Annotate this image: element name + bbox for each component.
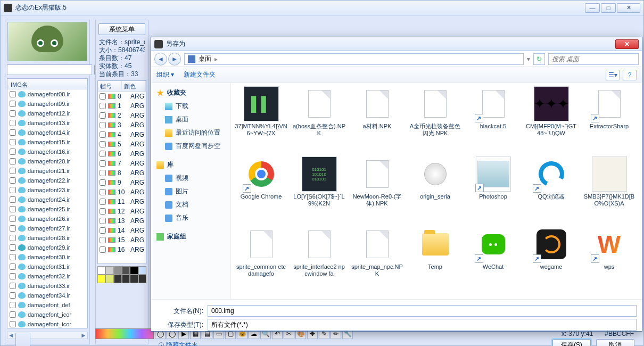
img-checkbox[interactable] xyxy=(10,216,16,222)
img-checkbox[interactable] xyxy=(10,149,16,155)
img-checkbox[interactable] xyxy=(10,244,16,251)
frame-row[interactable]: 13ARG xyxy=(98,216,146,226)
frame-col-color[interactable]: 颜色 xyxy=(122,81,146,91)
sidebar-recent[interactable]: 最近访问的位置 xyxy=(153,126,228,139)
file-item[interactable]: ↗ExtractorSharp xyxy=(580,85,638,155)
dialog-titlebar[interactable]: 另存为 ✕ xyxy=(151,37,642,51)
file-item[interactable]: sprite_map_npc.NPK xyxy=(348,226,406,296)
frame-row[interactable]: 3ARG xyxy=(98,120,146,130)
palette-swatch[interactable] xyxy=(105,266,113,275)
img-row[interactable]: damagefont21.ir xyxy=(7,166,87,176)
img-row[interactable]: damagefont30.ir xyxy=(7,252,87,262)
maximize-button[interactable]: □ xyxy=(601,3,616,13)
frame-checkbox[interactable] xyxy=(100,93,106,100)
chevron-right-icon[interactable]: ▸ xyxy=(214,55,218,63)
frame-checkbox[interactable] xyxy=(100,103,106,109)
img-checkbox[interactable] xyxy=(10,273,16,279)
sidebar-pictures[interactable]: 图片 xyxy=(153,185,228,198)
img-checkbox[interactable] xyxy=(10,292,16,299)
cancel-button[interactable]: 取消 xyxy=(596,339,634,346)
frame-checkbox[interactable] xyxy=(100,160,106,167)
img-checkbox[interactable] xyxy=(10,263,16,270)
file-item[interactable]: NewMoon-Re0-(字体).NPK xyxy=(348,155,406,226)
close-button[interactable]: ✕ xyxy=(617,3,640,13)
img-list[interactable]: IMG名 damagefont08.irdamagefont09.irdamag… xyxy=(7,78,88,328)
file-list[interactable]: ▌▌37]MTNN%YL4]}VN6~YW~{7Xa(boss血条整合).NPK… xyxy=(231,83,642,299)
refresh-button[interactable]: ↻ xyxy=(533,53,545,65)
frame-row[interactable]: 2ARG xyxy=(98,111,146,120)
img-row[interactable]: damagefont16.ir xyxy=(7,147,87,156)
img-checkbox[interactable] xyxy=(10,129,16,136)
frame-row[interactable]: 16ARG xyxy=(98,245,146,254)
palette-swatch[interactable] xyxy=(97,266,105,275)
frame-row[interactable]: 0ARG xyxy=(98,92,146,101)
palette-swatch[interactable] xyxy=(97,275,105,283)
frame-list[interactable]: 帧号 颜色 0ARG1ARG2ARG3ARG4ARG5ARG6ARG7ARG8A… xyxy=(97,80,146,264)
img-row[interactable]: damagefont13.ir xyxy=(7,118,87,128)
sidebar-documents[interactable]: 文档 xyxy=(153,198,228,211)
file-item[interactable]: sprite_interface2 npcwindow fa xyxy=(290,226,348,296)
frame-row[interactable]: 14ARG xyxy=(98,226,146,235)
frame-checkbox[interactable] xyxy=(100,246,106,253)
frame-row[interactable]: 7ARG xyxy=(98,159,146,168)
img-row[interactable]: damagefont_icor xyxy=(7,319,87,328)
dialog-close-button[interactable]: ✕ xyxy=(615,39,639,49)
frame-checkbox[interactable] xyxy=(100,151,106,157)
file-item[interactable]: sprite_common etc damagefo xyxy=(232,226,290,296)
img-checkbox[interactable] xyxy=(10,206,16,212)
frame-row[interactable]: 6ARG xyxy=(98,149,146,159)
frame-checkbox[interactable] xyxy=(100,218,106,224)
search-input[interactable] xyxy=(7,64,92,75)
frame-row[interactable]: 8ARG xyxy=(98,168,146,178)
img-row[interactable]: damagefont33.ir xyxy=(7,281,87,291)
img-checkbox[interactable] xyxy=(10,235,16,241)
file-item[interactable]: A金币光柱装备蓝色闪光.NPK xyxy=(406,85,464,155)
help-button[interactable]: ? xyxy=(623,70,637,80)
img-row[interactable]: damagefont08.ir xyxy=(7,89,87,99)
img-row[interactable]: damagefont25.ir xyxy=(7,204,87,214)
frame-row[interactable]: 5ARG xyxy=(98,139,146,149)
img-checkbox[interactable] xyxy=(10,187,16,193)
img-row[interactable]: damagefont09.ir xyxy=(7,99,87,109)
img-checkbox[interactable] xyxy=(10,139,16,145)
save-button[interactable]: 保存(S) xyxy=(552,339,591,346)
sidebar-videos[interactable]: 视频 xyxy=(153,171,228,185)
color-palette[interactable] xyxy=(97,266,146,283)
frame-row[interactable]: 10ARG xyxy=(98,187,146,197)
img-checkbox[interactable] xyxy=(10,91,16,97)
img-row[interactable]: damagefont27.ir xyxy=(7,224,87,233)
palette-swatch[interactable] xyxy=(138,266,146,275)
palette-swatch[interactable] xyxy=(122,266,130,275)
sidebar-baidu[interactable]: 百度网盘同步空 xyxy=(153,139,228,153)
frame-checkbox[interactable] xyxy=(100,122,106,128)
frame-col-number[interactable]: 帧号 xyxy=(98,81,122,91)
dialog-search-input[interactable] xyxy=(548,53,639,65)
img-checkbox[interactable] xyxy=(10,101,16,107)
img-checkbox[interactable] xyxy=(10,254,16,260)
file-item[interactable]: ↗wegame xyxy=(522,226,580,296)
file-item[interactable]: ↗QQ浏览器 xyxy=(522,155,580,226)
img-row[interactable]: damagefont14.ir xyxy=(7,128,87,137)
palette-swatch[interactable] xyxy=(138,275,146,283)
img-row[interactable]: damagefont31.ir xyxy=(7,262,87,271)
frame-checkbox[interactable] xyxy=(100,227,106,234)
img-checkbox[interactable] xyxy=(10,158,16,164)
img-checkbox[interactable] xyxy=(10,110,16,117)
frame-checkbox[interactable] xyxy=(100,131,106,138)
img-row[interactable]: damagefont20.ir xyxy=(7,156,87,166)
minimize-button[interactable]: — xyxy=(585,3,600,13)
palette-swatch[interactable] xyxy=(130,275,138,283)
palette-swatch[interactable] xyxy=(122,275,130,283)
file-item[interactable]: ▌▌37]MTNN%YL4]}VN6~YW~{7X xyxy=(232,85,290,155)
file-item[interactable]: ↗Google Chrome xyxy=(232,155,290,226)
sidebar-desktop[interactable]: 桌面 xyxy=(153,113,228,126)
frame-checkbox[interactable] xyxy=(100,237,106,243)
sidebar-download[interactable]: 下载 xyxy=(153,100,228,113)
frame-checkbox[interactable] xyxy=(100,179,106,186)
filetype-select[interactable] xyxy=(208,319,637,331)
file-item[interactable]: ✦✦✦CM]{MFP0(M~`}GT48~`U)QW xyxy=(522,85,580,155)
sidebar-libraries[interactable]: 库 xyxy=(153,158,228,171)
img-row[interactable]: damagefont29.ir xyxy=(7,243,87,252)
img-row[interactable]: damagefont_def xyxy=(7,300,87,310)
img-row[interactable]: damagefont34.ir xyxy=(7,291,87,300)
